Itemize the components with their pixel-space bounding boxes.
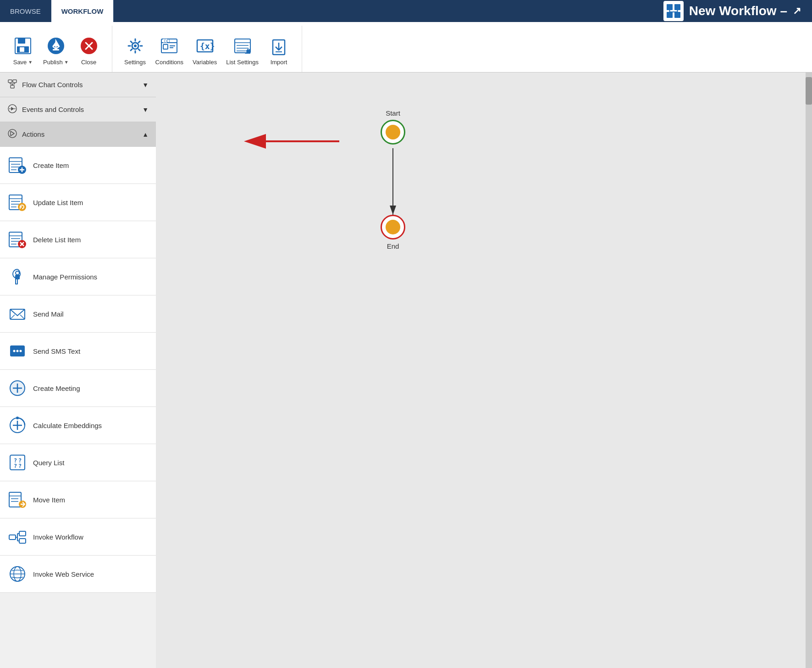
section-actions[interactable]: Actions ▲ xyxy=(0,122,156,147)
svg-point-87 xyxy=(17,350,19,352)
section-events-and-controls[interactable]: Events and Controls ▼ xyxy=(0,97,156,122)
svg-rect-48 xyxy=(11,85,14,88)
variables-icon: {x} xyxy=(194,35,216,57)
svg-point-97 xyxy=(16,417,19,419)
svg-line-26 xyxy=(138,49,140,50)
svg-point-88 xyxy=(20,350,22,352)
send-mail-label: Send Mail xyxy=(33,310,64,318)
svg-rect-108 xyxy=(9,535,16,540)
publish-button[interactable]: Publish ▼ xyxy=(39,32,73,68)
action-invoke-workflow[interactable]: Invoke Workflow xyxy=(0,518,156,556)
save-dropdown-arrow: ▼ xyxy=(28,60,33,65)
manage-permissions-icon xyxy=(7,267,28,287)
invoke-workflow-icon xyxy=(7,527,28,547)
action-send-mail[interactable]: Send Mail xyxy=(0,295,156,333)
publish-icon xyxy=(45,35,67,57)
workflow-canvas[interactable]: Start End xyxy=(156,72,812,668)
variables-label: Variables xyxy=(193,59,217,66)
svg-line-27 xyxy=(138,41,140,43)
external-link-icon[interactable]: ↗ xyxy=(793,5,801,17)
connector-svg xyxy=(156,72,812,668)
top-navigation: BROWSE WORKFLOW New Workflow – ↗ xyxy=(0,0,812,22)
actions-collapse-icon: ▲ xyxy=(142,131,149,138)
flowchart-icon xyxy=(7,79,17,90)
save-label: Save ▼ xyxy=(13,59,33,66)
events-expand-icon: ▼ xyxy=(142,106,149,113)
flow-chart-expand-icon: ▼ xyxy=(142,81,149,89)
close-button[interactable]: Close xyxy=(73,32,105,68)
action-update-list-item[interactable]: Update List Item xyxy=(0,184,156,221)
tab-workflow[interactable]: WORKFLOW xyxy=(51,0,114,22)
import-icon xyxy=(268,35,290,57)
svg-point-20 xyxy=(134,45,137,47)
svg-rect-0 xyxy=(667,4,673,10)
action-move-item[interactable]: Move Item xyxy=(0,481,156,518)
section-flow-chart-controls[interactable]: Flow Chart Controls ▼ xyxy=(0,72,156,97)
invoke-web-service-label: Invoke Web Service xyxy=(33,570,94,578)
start-inner-circle xyxy=(386,125,400,139)
action-send-sms-text[interactable]: Send SMS Text xyxy=(0,333,156,370)
action-create-meeting[interactable]: Create Meeting xyxy=(0,370,156,407)
app-title-text: New Workflow – xyxy=(689,4,787,18)
svg-line-84 xyxy=(20,315,25,319)
svg-line-83 xyxy=(10,315,15,319)
left-panel: Flow Chart Controls ▼ Events and Control… xyxy=(0,72,156,668)
svg-point-86 xyxy=(13,350,16,352)
end-node[interactable]: End xyxy=(381,215,405,250)
action-manage-permissions[interactable]: Manage Permissions xyxy=(0,258,156,295)
invoke-web-service-icon xyxy=(7,564,28,584)
svg-line-25 xyxy=(131,41,132,43)
settings-button[interactable]: Settings xyxy=(120,32,151,68)
update-list-icon xyxy=(7,192,28,212)
query-list-icon: ? ? ? ? xyxy=(7,452,28,473)
main-layout: Flow Chart Controls ▼ Events and Control… xyxy=(0,72,812,668)
send-sms-label: Send SMS Text xyxy=(33,347,80,355)
import-button[interactable]: Import xyxy=(263,32,294,68)
svg-rect-15 xyxy=(53,49,59,50)
save-button[interactable]: Save ▼ xyxy=(7,32,39,68)
svg-rect-2 xyxy=(667,12,673,18)
update-list-item-label: Update List Item xyxy=(33,199,83,206)
send-mail-icon xyxy=(7,304,28,324)
variables-button[interactable]: {x} Variables xyxy=(188,32,221,68)
delete-list-item-label: Delete List Item xyxy=(33,236,81,244)
calculate-embeddings-icon xyxy=(7,415,28,435)
action-delete-list-item[interactable]: Delete List Item xyxy=(0,221,156,258)
conditions-button[interactable]: {x} Conditions xyxy=(151,32,188,68)
start-node-label: Start xyxy=(386,109,400,117)
svg-rect-80 xyxy=(15,275,20,279)
vertical-scrollbar-track[interactable] xyxy=(806,72,812,668)
events-and-controls-label: Events and Controls xyxy=(22,106,84,113)
workflow-grid-icon xyxy=(663,1,684,21)
end-node-label: End xyxy=(387,242,399,250)
ribbon-toolbar: Save ▼ Publish ▼ xyxy=(0,22,812,72)
vertical-scrollbar-thumb[interactable] xyxy=(806,77,812,105)
svg-point-57 xyxy=(8,129,17,138)
ribbon-group-file: Save ▼ Publish ▼ xyxy=(0,26,112,72)
actions-list: Create Item Update List It xyxy=(0,147,156,668)
list-settings-button[interactable]: List Settings xyxy=(221,32,263,68)
start-node[interactable]: Start xyxy=(381,109,405,145)
start-circle xyxy=(381,120,405,145)
action-query-list[interactable]: ? ? ? ? Query List xyxy=(0,444,156,481)
invoke-workflow-label: Invoke Workflow xyxy=(33,533,83,541)
conditions-label: Conditions xyxy=(155,59,183,66)
tab-browse[interactable]: BROWSE xyxy=(0,0,51,22)
actions-label: Actions xyxy=(22,130,44,138)
action-create-item[interactable]: Create Item xyxy=(0,147,156,184)
close-label: Close xyxy=(81,59,96,66)
svg-rect-31 xyxy=(163,45,168,49)
create-meeting-label: Create Meeting xyxy=(33,384,80,392)
svg-rect-47 xyxy=(13,80,17,83)
svg-rect-10 xyxy=(20,47,24,52)
svg-rect-46 xyxy=(8,80,12,83)
create-item-icon xyxy=(7,155,28,175)
svg-text:?: ? xyxy=(18,463,22,469)
action-calculate-embeddings[interactable]: Calculate Embeddings xyxy=(0,407,156,444)
list-settings-label: List Settings xyxy=(226,59,259,66)
conditions-icon: {x} xyxy=(158,35,180,57)
svg-text:?: ? xyxy=(14,463,17,469)
svg-line-28 xyxy=(131,49,132,50)
action-invoke-web-service[interactable]: Invoke Web Service xyxy=(0,556,156,593)
save-icon xyxy=(12,35,34,57)
